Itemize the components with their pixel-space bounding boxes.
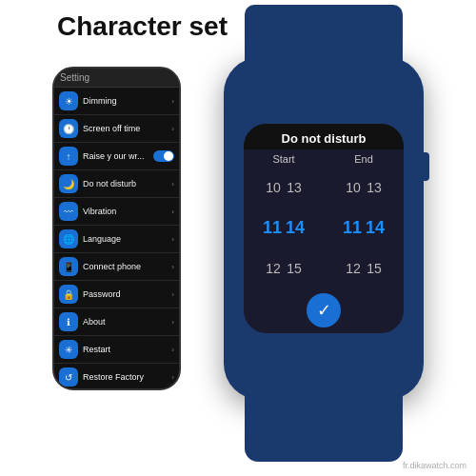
do-not-disturb-label: Do not disturb bbox=[83, 179, 169, 189]
about-label: About bbox=[83, 317, 169, 327]
vibration-icon: 〰 bbox=[59, 202, 78, 221]
watch-body: Do not disturb Start End 101310131114111… bbox=[224, 57, 424, 400]
start-hour-0: 10 bbox=[265, 180, 282, 195]
menu-item-restart[interactable]: ✳Restart› bbox=[54, 336, 179, 364]
menu-item-restore-factory[interactable]: ↺Restore Factory› bbox=[54, 364, 179, 390]
screen-off-time-icon: 🕐 bbox=[59, 119, 78, 138]
setting-header: Setting bbox=[54, 69, 179, 88]
language-label: Language bbox=[83, 234, 169, 245]
start-pair-1: 1114 bbox=[248, 218, 320, 238]
menu-item-password[interactable]: 🔒Password› bbox=[54, 281, 179, 308]
restart-label: Restart bbox=[83, 345, 169, 355]
left-watch: Setting ☀Dimming›🕐Screen off time›↑Raise… bbox=[52, 67, 181, 390]
menu-item-about[interactable]: ℹAbout› bbox=[54, 308, 179, 336]
menu-item-language[interactable]: 🌐Language› bbox=[54, 226, 179, 253]
watch-screen: Do not disturb Start End 101310131114111… bbox=[244, 124, 404, 333]
start-pair-2: 1215 bbox=[248, 261, 320, 276]
page-title: Character set bbox=[57, 11, 228, 42]
menu-item-dimming[interactable]: ☀Dimming› bbox=[54, 88, 179, 115]
menu-item-screen-off-time[interactable]: 🕐Screen off time› bbox=[54, 115, 179, 143]
about-icon: ℹ bbox=[59, 312, 78, 331]
time-row-1[interactable]: 11141114 bbox=[244, 218, 404, 238]
end-label: End bbox=[331, 153, 395, 165]
about-arrow: › bbox=[171, 318, 174, 327]
vibration-label: Vibration bbox=[83, 207, 169, 217]
raise-wrist-toggle[interactable] bbox=[153, 150, 174, 162]
band-top bbox=[245, 5, 403, 67]
end-pair-0: 1013 bbox=[327, 180, 400, 195]
start-hour-1: 11 bbox=[263, 218, 282, 238]
end-hour-1: 11 bbox=[343, 218, 362, 238]
screen-off-time-arrow: › bbox=[171, 125, 174, 133]
dimming-arrow: › bbox=[171, 97, 174, 106]
do-not-disturb-icon: 🌙 bbox=[59, 174, 78, 193]
start-hour-2: 12 bbox=[265, 261, 282, 276]
connect-phone-label: Connect phone bbox=[83, 262, 169, 272]
vibration-arrow: › bbox=[171, 208, 174, 216]
screen-title: Do not disturb bbox=[244, 124, 404, 149]
restore-factory-icon: ↺ bbox=[59, 367, 78, 387]
start-min-0: 13 bbox=[286, 180, 303, 195]
end-hour-0: 10 bbox=[345, 180, 362, 195]
menu-list: ☀Dimming›🕐Screen off time›↑Raise y our w… bbox=[54, 88, 179, 390]
start-min-2: 15 bbox=[286, 261, 303, 276]
end-pair-2: 1215 bbox=[327, 261, 400, 276]
language-arrow: › bbox=[171, 235, 174, 244]
screen-off-time-label: Screen off time bbox=[83, 124, 169, 134]
watermark: fr.dikawatch.com bbox=[403, 461, 466, 470]
end-min-1: 14 bbox=[366, 218, 385, 238]
side-button bbox=[424, 152, 429, 181]
start-label: Start bbox=[251, 153, 315, 165]
connect-phone-arrow: › bbox=[171, 263, 174, 271]
restart-arrow: › bbox=[171, 346, 174, 354]
menu-item-raise-wrist[interactable]: ↑Raise y our wr... bbox=[54, 143, 179, 170]
menu-item-vibration[interactable]: 〰Vibration› bbox=[54, 198, 179, 226]
menu-item-connect-phone[interactable]: 📱Connect phone› bbox=[54, 253, 179, 281]
screen-col-headers: Start End bbox=[244, 149, 404, 167]
band-bottom bbox=[245, 390, 403, 462]
restore-factory-arrow: › bbox=[171, 373, 174, 382]
confirm-button[interactable]: ✓ bbox=[307, 293, 341, 327]
connect-phone-icon: 📱 bbox=[59, 257, 78, 276]
do-not-disturb-arrow: › bbox=[171, 180, 174, 188]
raise-wrist-label: Raise y our wr... bbox=[83, 151, 151, 162]
end-pair-1: 1114 bbox=[327, 218, 400, 238]
end-min-0: 13 bbox=[366, 180, 383, 195]
dimming-label: Dimming bbox=[83, 96, 169, 107]
end-hour-2: 12 bbox=[345, 261, 362, 276]
end-min-2: 15 bbox=[366, 261, 383, 276]
password-icon: 🔒 bbox=[59, 285, 78, 304]
password-label: Password bbox=[83, 289, 169, 300]
right-watch-container: Do not disturb Start End 101310131114111… bbox=[214, 52, 433, 405]
menu-item-do-not-disturb[interactable]: 🌙Do not disturb› bbox=[54, 170, 179, 198]
language-icon: 🌐 bbox=[59, 229, 78, 248]
start-pair-0: 1013 bbox=[248, 180, 320, 195]
restore-factory-label: Restore Factory bbox=[83, 372, 169, 383]
raise-wrist-icon: ↑ bbox=[59, 147, 78, 166]
time-row-2[interactable]: 12151215 bbox=[244, 261, 404, 276]
restart-icon: ✳ bbox=[59, 340, 78, 359]
start-min-1: 14 bbox=[286, 218, 305, 238]
time-grid: 101310131114111412151215 bbox=[244, 167, 404, 289]
dimming-icon: ☀ bbox=[59, 91, 78, 110]
password-arrow: › bbox=[171, 290, 174, 299]
time-row-0[interactable]: 10131013 bbox=[244, 180, 404, 195]
